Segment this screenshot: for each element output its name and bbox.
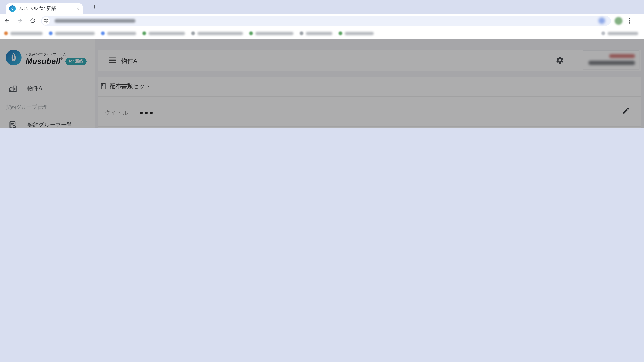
modal-backdrop[interactable] <box>0 39 644 128</box>
browser-tab-strip: ムスベル for 新築 × + <box>0 0 644 13</box>
new-tab-button[interactable]: + <box>89 2 100 11</box>
bookmark-item[interactable] <box>338 31 374 35</box>
bookmark-items[interactable] <box>4 31 380 35</box>
browser-toolbar <box>0 13 644 28</box>
tab-close-icon[interactable]: × <box>76 6 79 11</box>
musubell-favicon <box>9 5 16 12</box>
bookmark-item[interactable] <box>101 31 136 35</box>
screen: ムスベル for 新築 × + <box>0 0 644 128</box>
browser-tab[interactable]: ムスベル for 新築 × <box>6 3 83 14</box>
url-text-redacted <box>54 19 135 22</box>
tab-title: ムスベル for 新築 <box>18 5 75 11</box>
forward-icon[interactable] <box>14 15 26 26</box>
reload-icon[interactable] <box>27 15 38 26</box>
site-settings-icon[interactable] <box>42 17 50 25</box>
bookmark-item[interactable] <box>300 31 332 35</box>
app-page: 不動産DXプラットフォーム Musubell® for 新築 物件A 契約グルー… <box>0 39 644 128</box>
bookmark-item[interactable] <box>142 31 185 35</box>
bookmark-item[interactable] <box>49 31 95 35</box>
back-icon[interactable] <box>1 15 13 26</box>
address-bar[interactable] <box>41 16 611 25</box>
bookmarks-bar <box>0 28 644 39</box>
browser-menu-icon[interactable] <box>626 16 634 25</box>
profile-avatar[interactable] <box>614 17 622 25</box>
bookmark-overflow[interactable] <box>602 31 638 35</box>
bookmark-item[interactable] <box>4 31 42 35</box>
bookmark-item[interactable] <box>191 31 243 35</box>
extension-icon[interactable] <box>598 17 605 24</box>
bookmark-item[interactable] <box>249 31 294 35</box>
